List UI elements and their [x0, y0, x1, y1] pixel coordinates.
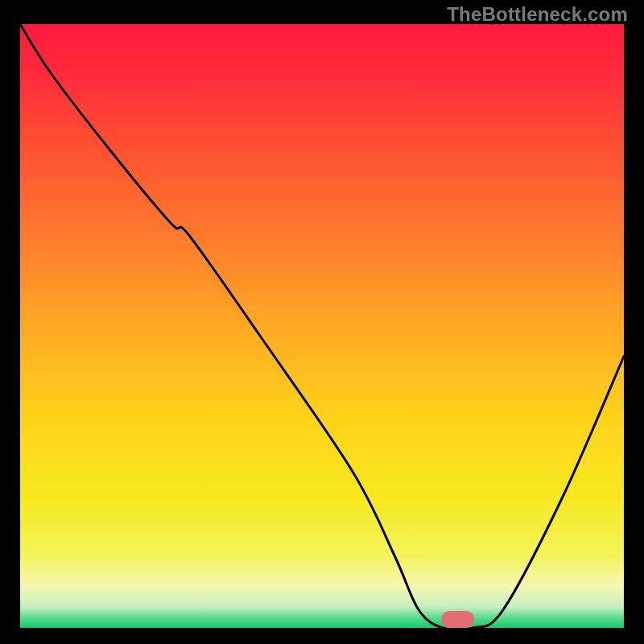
chart-frame: TheBottleneck.com	[0, 0, 644, 644]
bottleneck-chart	[0, 0, 644, 644]
result-marker	[441, 611, 474, 628]
gradient-background	[20, 24, 624, 628]
